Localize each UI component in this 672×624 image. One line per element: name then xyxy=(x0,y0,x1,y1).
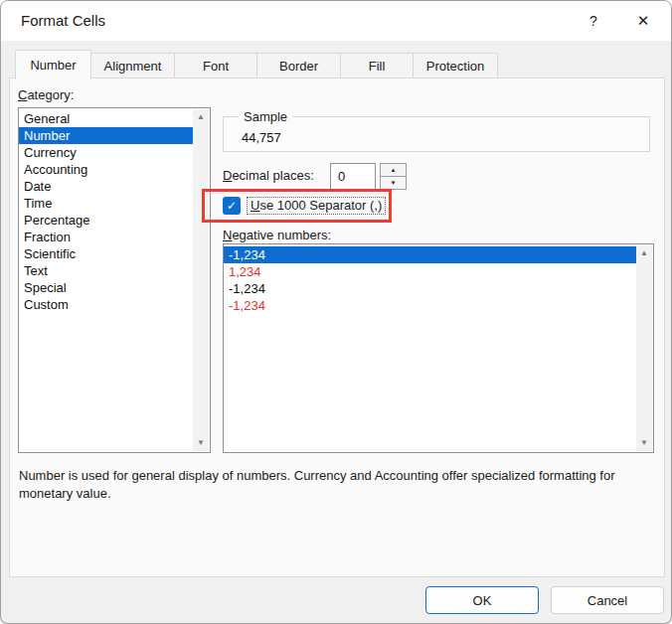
ok-button[interactable]: OK xyxy=(425,586,539,614)
use-1000-separator-checkbox[interactable]: ✓ xyxy=(223,197,241,215)
category-item-scientific[interactable]: Scientific xyxy=(19,245,193,262)
negative-option-black-minus-2[interactable]: -1,234 xyxy=(224,280,636,297)
use-1000-separator-label[interactable]: Use 1000 Separator (,) xyxy=(247,197,386,215)
close-icon[interactable]: ✕ xyxy=(623,1,663,41)
tab-font-label: Font xyxy=(203,59,229,74)
negative-numbers-label: Negative numbers: xyxy=(223,228,331,242)
category-item-fraction[interactable]: Fraction xyxy=(19,229,193,245)
category-item-text[interactable]: Text xyxy=(19,262,193,279)
category-item-special[interactable]: Special xyxy=(19,279,193,296)
tab-number[interactable]: Number xyxy=(15,50,91,79)
tab-protection[interactable]: Protection xyxy=(413,53,498,78)
negative-numbers-listbox: -1,234 1,234 -1,234 -1,234 ▲ ▼ xyxy=(223,243,654,453)
tab-font[interactable]: Font xyxy=(174,53,257,78)
category-scrollbar[interactable]: ▲ ▼ xyxy=(193,109,209,451)
negative-option-black-minus[interactable]: -1,234 xyxy=(224,246,636,263)
spin-up-icon[interactable]: ▲ xyxy=(380,163,407,177)
format-cells-dialog: Format Cells ? ✕ Number Alignment Font B… xyxy=(0,0,672,624)
decimal-places-input[interactable] xyxy=(330,163,376,190)
titlebar: Format Cells ? ✕ xyxy=(1,1,671,41)
decimal-places-stepper: ▲ ▼ xyxy=(380,163,407,190)
category-listbox: General Number Currency Accounting Date … xyxy=(18,107,211,453)
cancel-button[interactable]: Cancel xyxy=(551,586,664,614)
tab-strip: Number Alignment Font Border Fill Protec… xyxy=(15,49,498,78)
tab-fill[interactable]: Fill xyxy=(340,53,414,78)
category-item-currency[interactable]: Currency xyxy=(19,144,193,161)
sample-legend: Sample xyxy=(239,109,292,124)
scroll-down-icon[interactable]: ▼ xyxy=(636,435,652,451)
tab-fill-label: Fill xyxy=(369,59,386,74)
category-item-custom[interactable]: Custom xyxy=(19,296,193,313)
spin-down-icon[interactable]: ▼ xyxy=(380,176,407,190)
window-title: Format Cells xyxy=(21,1,105,41)
category-item-time[interactable]: Time xyxy=(19,195,193,212)
tab-alignment[interactable]: Alignment xyxy=(90,53,175,78)
category-label: Category: xyxy=(18,87,74,102)
negative-option-red-minus[interactable]: -1,234 xyxy=(224,297,636,314)
tab-alignment-label: Alignment xyxy=(104,59,162,74)
negative-option-red[interactable]: 1,234 xyxy=(224,263,636,280)
category-item-general[interactable]: General xyxy=(19,110,193,127)
tab-border-label: Border xyxy=(279,59,318,74)
category-item-number[interactable]: Number xyxy=(19,127,193,144)
scroll-up-icon[interactable]: ▲ xyxy=(636,245,652,261)
tab-protection-label: Protection xyxy=(426,59,485,74)
scroll-down-icon[interactable]: ▼ xyxy=(193,435,209,451)
negative-scrollbar[interactable]: ▲ ▼ xyxy=(636,245,652,451)
scroll-up-icon[interactable]: ▲ xyxy=(193,109,209,125)
sample-groupbox: Sample 44,757 xyxy=(223,116,650,152)
sample-value: 44,757 xyxy=(242,130,281,145)
help-icon[interactable]: ? xyxy=(574,1,613,41)
category-item-accounting[interactable]: Accounting xyxy=(19,161,193,178)
category-item-date[interactable]: Date xyxy=(19,178,193,195)
tab-page-number: Category: General Number Currency Accoun… xyxy=(9,78,665,577)
category-description: Number is used for general display of nu… xyxy=(19,467,661,503)
tab-border[interactable]: Border xyxy=(256,53,341,78)
category-item-percentage[interactable]: Percentage xyxy=(19,212,193,229)
tab-number-label: Number xyxy=(30,58,76,73)
decimal-places-label: Decimal places: xyxy=(223,168,314,183)
